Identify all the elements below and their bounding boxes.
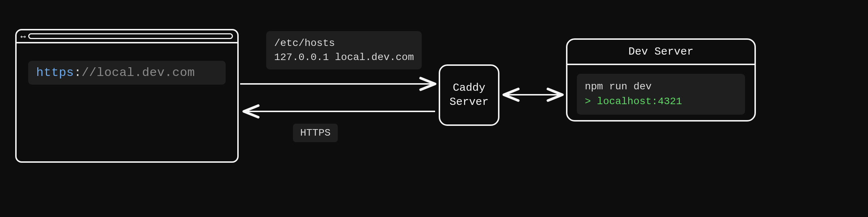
hosts-entry: 127.0.0.1 local.dev.com — [274, 50, 414, 64]
caddy-label-line2: Server — [450, 95, 489, 109]
dev-server-title: Dev Server — [567, 40, 754, 65]
caddy-server-box: Caddy Server — [439, 64, 499, 126]
browser-chrome: ⟷ — [17, 30, 237, 43]
https-protocol-label: HTTPS — [293, 124, 338, 142]
terminal-output: > localhost:4321 — [585, 94, 737, 109]
url-colon: : — [74, 66, 82, 80]
terminal-box: npm run dev > localhost:4321 — [577, 74, 745, 115]
nav-arrows-icon: ⟷ — [21, 32, 25, 41]
url-host: //local.dev.com — [81, 66, 195, 80]
hosts-path: /etc/hosts — [274, 36, 414, 50]
url-scheme: https — [36, 66, 74, 80]
browser-urlbar — [28, 33, 233, 39]
caddy-label-line1: Caddy — [450, 81, 489, 95]
browser-window: ⟷ https://local.dev.com — [15, 29, 239, 163]
terminal-command: npm run dev — [585, 80, 737, 94]
dev-server-box: Dev Server npm run dev > localhost:4321 — [566, 38, 756, 122]
dev-server-body: npm run dev > localhost:4321 — [567, 65, 754, 123]
url-display: https://local.dev.com — [28, 61, 226, 85]
hosts-file-box: /etc/hosts 127.0.0.1 local.dev.com — [266, 31, 422, 69]
browser-body: https://local.dev.com — [17, 43, 237, 102]
